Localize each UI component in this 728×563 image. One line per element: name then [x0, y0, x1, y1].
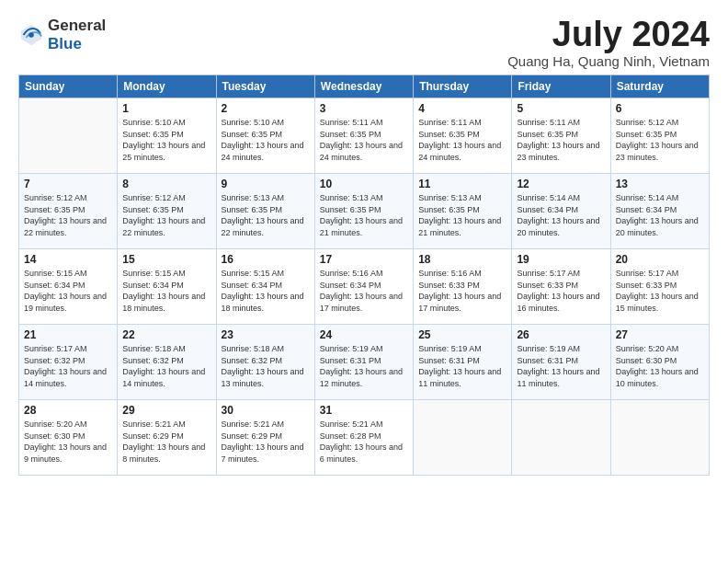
day-number: 27: [616, 328, 704, 341]
day-number: 15: [122, 253, 210, 266]
calendar-cell: 29Sunrise: 5:21 AMSunset: 6:29 PMDayligh…: [118, 400, 216, 476]
day-number: 6: [616, 102, 704, 115]
logo-icon: [18, 22, 44, 48]
cell-info: Sunrise: 5:13 AMSunset: 6:35 PMDaylight:…: [320, 192, 408, 238]
day-number: 19: [517, 253, 605, 266]
cell-info: Sunrise: 5:12 AMSunset: 6:35 PMDaylight:…: [616, 117, 704, 163]
cell-info: Sunrise: 5:12 AMSunset: 6:35 PMDaylight:…: [122, 192, 210, 238]
calendar-cell: 26Sunrise: 5:19 AMSunset: 6:31 PMDayligh…: [512, 325, 610, 400]
calendar-cell: 17Sunrise: 5:16 AMSunset: 6:34 PMDayligh…: [314, 249, 413, 325]
weekday-header-tuesday: Tuesday: [216, 75, 314, 98]
weekday-header-saturday: Saturday: [610, 75, 709, 98]
cell-info: Sunrise: 5:15 AMSunset: 6:34 PMDaylight:…: [122, 268, 210, 314]
calendar-cell: 6Sunrise: 5:12 AMSunset: 6:35 PMDaylight…: [610, 98, 709, 174]
cell-info: Sunrise: 5:18 AMSunset: 6:32 PMDaylight:…: [122, 343, 210, 389]
logo: General Blue: [18, 17, 106, 53]
calendar-cell: 11Sunrise: 5:13 AMSunset: 6:35 PMDayligh…: [414, 174, 512, 249]
cell-info: Sunrise: 5:13 AMSunset: 6:35 PMDaylight:…: [222, 192, 310, 238]
day-number: 10: [320, 178, 408, 190]
calendar-cell: 20Sunrise: 5:17 AMSunset: 6:33 PMDayligh…: [610, 249, 709, 325]
calendar-cell: 14Sunrise: 5:15 AMSunset: 6:34 PMDayligh…: [19, 249, 118, 325]
calendar-cell: [610, 400, 709, 476]
calendar-cell: 18Sunrise: 5:16 AMSunset: 6:33 PMDayligh…: [414, 249, 512, 325]
cell-info: Sunrise: 5:14 AMSunset: 6:34 PMDaylight:…: [517, 192, 605, 238]
cell-info: Sunrise: 5:21 AMSunset: 6:29 PMDaylight:…: [122, 419, 210, 465]
cell-info: Sunrise: 5:20 AMSunset: 6:30 PMDaylight:…: [616, 343, 704, 389]
week-row-3: 14Sunrise: 5:15 AMSunset: 6:34 PMDayligh…: [19, 249, 710, 325]
weekday-header-row: SundayMondayTuesdayWednesdayThursdayFrid…: [19, 75, 710, 98]
calendar-cell: 24Sunrise: 5:19 AMSunset: 6:31 PMDayligh…: [314, 325, 413, 400]
day-number: 26: [517, 328, 605, 341]
cell-info: Sunrise: 5:19 AMSunset: 6:31 PMDaylight:…: [418, 343, 506, 389]
calendar-cell: 23Sunrise: 5:18 AMSunset: 6:32 PMDayligh…: [216, 325, 314, 400]
svg-point-1: [28, 32, 34, 38]
cell-info: Sunrise: 5:15 AMSunset: 6:34 PMDaylight:…: [24, 268, 112, 314]
cell-info: Sunrise: 5:11 AMSunset: 6:35 PMDaylight:…: [418, 117, 506, 163]
day-number: 11: [418, 178, 506, 190]
week-row-2: 7Sunrise: 5:12 AMSunset: 6:35 PMDaylight…: [19, 174, 710, 249]
title-location: Quang Ha, Quang Ninh, Vietnam: [507, 53, 710, 69]
calendar-cell: 27Sunrise: 5:20 AMSunset: 6:30 PMDayligh…: [610, 325, 709, 400]
calendar-cell: 8Sunrise: 5:12 AMSunset: 6:35 PMDaylight…: [118, 174, 216, 249]
cell-info: Sunrise: 5:15 AMSunset: 6:34 PMDaylight:…: [222, 268, 310, 314]
day-number: 5: [517, 102, 605, 115]
title-month-year: July 2024: [507, 17, 710, 52]
calendar-cell: 13Sunrise: 5:14 AMSunset: 6:34 PMDayligh…: [610, 174, 709, 249]
cell-info: Sunrise: 5:19 AMSunset: 6:31 PMDaylight:…: [320, 343, 408, 389]
cell-info: Sunrise: 5:12 AMSunset: 6:35 PMDaylight:…: [24, 192, 112, 238]
day-number: 13: [616, 178, 704, 190]
day-number: 24: [320, 328, 408, 341]
header: General Blue July 2024 Quang Ha, Quang N…: [18, 17, 710, 69]
day-number: 25: [418, 328, 506, 341]
calendar-cell: 31Sunrise: 5:21 AMSunset: 6:28 PMDayligh…: [314, 400, 413, 476]
day-number: 29: [122, 404, 210, 417]
cell-info: Sunrise: 5:16 AMSunset: 6:34 PMDaylight:…: [320, 268, 408, 314]
weekday-header-thursday: Thursday: [414, 75, 512, 98]
calendar-cell: 28Sunrise: 5:20 AMSunset: 6:30 PMDayligh…: [19, 400, 118, 476]
calendar-cell: [512, 400, 610, 476]
logo-blue: Blue: [48, 35, 82, 52]
calendar-cell: 4Sunrise: 5:11 AMSunset: 6:35 PMDaylight…: [414, 98, 512, 174]
week-row-5: 28Sunrise: 5:20 AMSunset: 6:30 PMDayligh…: [19, 400, 710, 476]
cell-info: Sunrise: 5:11 AMSunset: 6:35 PMDaylight:…: [517, 117, 605, 163]
day-number: 3: [320, 102, 408, 115]
cell-info: Sunrise: 5:21 AMSunset: 6:29 PMDaylight:…: [222, 419, 310, 465]
cell-info: Sunrise: 5:16 AMSunset: 6:33 PMDaylight:…: [418, 268, 506, 314]
day-number: 31: [320, 404, 408, 417]
day-number: 30: [222, 404, 310, 417]
calendar-cell: 21Sunrise: 5:17 AMSunset: 6:32 PMDayligh…: [19, 325, 118, 400]
day-number: 2: [222, 102, 310, 115]
cell-info: Sunrise: 5:17 AMSunset: 6:33 PMDaylight:…: [616, 268, 704, 314]
calendar-cell: 25Sunrise: 5:19 AMSunset: 6:31 PMDayligh…: [414, 325, 512, 400]
calendar-cell: 3Sunrise: 5:11 AMSunset: 6:35 PMDaylight…: [314, 98, 413, 174]
cell-info: Sunrise: 5:13 AMSunset: 6:35 PMDaylight:…: [418, 192, 506, 238]
day-number: 23: [222, 328, 310, 341]
day-number: 12: [517, 178, 605, 190]
cell-info: Sunrise: 5:17 AMSunset: 6:33 PMDaylight:…: [517, 268, 605, 314]
cell-info: Sunrise: 5:21 AMSunset: 6:28 PMDaylight:…: [320, 419, 408, 465]
calendar-cell: 5Sunrise: 5:11 AMSunset: 6:35 PMDaylight…: [512, 98, 610, 174]
day-number: 16: [222, 253, 310, 266]
day-number: 28: [24, 404, 112, 417]
page: General Blue July 2024 Quang Ha, Quang N…: [0, 0, 728, 485]
calendar-cell: [414, 400, 512, 476]
day-number: 9: [222, 178, 310, 190]
day-number: 20: [616, 253, 704, 266]
calendar-cell: 30Sunrise: 5:21 AMSunset: 6:29 PMDayligh…: [216, 400, 314, 476]
day-number: 8: [122, 178, 210, 190]
calendar-cell: 22Sunrise: 5:18 AMSunset: 6:32 PMDayligh…: [118, 325, 216, 400]
calendar-cell: 12Sunrise: 5:14 AMSunset: 6:34 PMDayligh…: [512, 174, 610, 249]
calendar-cell: 16Sunrise: 5:15 AMSunset: 6:34 PMDayligh…: [216, 249, 314, 325]
cell-info: Sunrise: 5:18 AMSunset: 6:32 PMDaylight:…: [222, 343, 310, 389]
cell-info: Sunrise: 5:14 AMSunset: 6:34 PMDaylight:…: [616, 192, 704, 238]
cell-info: Sunrise: 5:10 AMSunset: 6:35 PMDaylight:…: [222, 117, 310, 163]
week-row-4: 21Sunrise: 5:17 AMSunset: 6:32 PMDayligh…: [19, 325, 710, 400]
calendar-cell: [19, 98, 118, 174]
weekday-header-friday: Friday: [512, 75, 610, 98]
calendar-cell: 2Sunrise: 5:10 AMSunset: 6:35 PMDaylight…: [216, 98, 314, 174]
calendar-cell: 7Sunrise: 5:12 AMSunset: 6:35 PMDaylight…: [19, 174, 118, 249]
day-number: 17: [320, 253, 408, 266]
week-row-1: 1Sunrise: 5:10 AMSunset: 6:35 PMDaylight…: [19, 98, 710, 174]
day-number: 7: [24, 178, 112, 190]
calendar-cell: 1Sunrise: 5:10 AMSunset: 6:35 PMDaylight…: [118, 98, 216, 174]
